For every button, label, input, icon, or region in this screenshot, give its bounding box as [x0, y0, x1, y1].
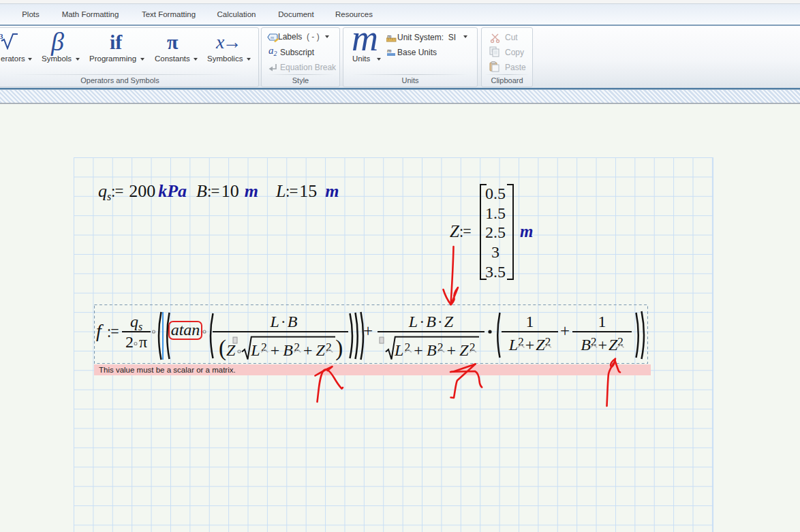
svg-text:m: m	[387, 47, 392, 54]
svg-text:m: m	[271, 35, 274, 40]
svg-text:3: 3	[0, 32, 3, 40]
